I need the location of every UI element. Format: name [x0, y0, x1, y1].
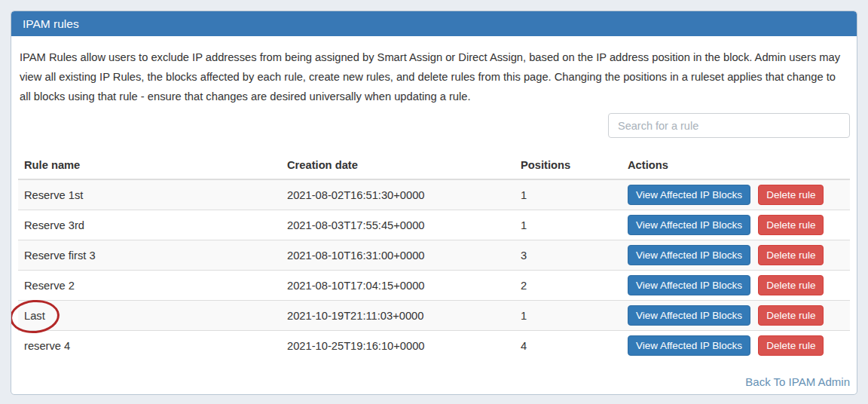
rule-name-cell: reserve 4: [24, 340, 70, 352]
positions-cell: 1: [515, 179, 622, 210]
actions-cell: View Affected IP Blocks Delete rule: [622, 240, 850, 271]
delete-rule-button[interactable]: Delete rule: [758, 335, 824, 356]
view-affected-ip-blocks-button[interactable]: View Affected IP Blocks: [628, 245, 750, 265]
rules-table-body: Reserve 1st 2021-08-02T16:51:30+0000 1 V…: [18, 179, 850, 360]
view-affected-ip-blocks-button[interactable]: View Affected IP Blocks: [628, 185, 750, 205]
rule-search-input[interactable]: [608, 113, 850, 138]
creation-date-cell: 2021-08-10T17:04:15+0000: [281, 271, 515, 301]
actions-cell: View Affected IP Blocks Delete rule: [622, 179, 850, 210]
actions-cell: View Affected IP Blocks Delete rule: [622, 210, 850, 240]
positions-cell: 2: [515, 271, 622, 301]
back-to-ipam-admin-link[interactable]: Back To IPAM Admin: [745, 375, 850, 388]
table-row: Reserve 3rd 2021-08-03T17:55:45+0000 1 V…: [18, 210, 850, 240]
rule-name-cell: Reserve 1st: [24, 189, 83, 201]
delete-rule-button[interactable]: Delete rule: [758, 185, 824, 205]
description-text: IPAM Rules allow users to exclude IP add…: [20, 47, 848, 106]
table-row: Reserve 1st 2021-08-02T16:51:30+0000 1 V…: [18, 179, 850, 210]
column-header-rule-name: Rule name: [18, 152, 281, 179]
view-affected-ip-blocks-button[interactable]: View Affected IP Blocks: [628, 335, 750, 356]
rule-name-cell: Reserve 3rd: [24, 219, 84, 231]
delete-rule-button[interactable]: Delete rule: [758, 215, 824, 235]
panel-header: IPAM rules: [11, 11, 857, 36]
creation-date-cell: 2021-10-19T21:11:03+0000: [281, 301, 515, 331]
actions-cell: View Affected IP Blocks Delete rule: [622, 271, 850, 301]
table-row: Last 2021-10-19T21:11:03+0000 1 View Aff…: [18, 301, 850, 331]
rule-name-cell: Reserve first 3: [24, 249, 96, 262]
creation-date-cell: 2021-10-25T19:16:10+0000: [281, 331, 515, 361]
creation-date-cell: 2021-08-03T17:55:45+0000: [281, 210, 515, 240]
actions-cell: View Affected IP Blocks Delete rule: [622, 301, 850, 331]
rule-name-text: Last: [24, 310, 45, 322]
rule-name-cell: Last: [24, 310, 45, 322]
footer-row: Back To IPAM Admin: [18, 375, 850, 388]
positions-cell: 1: [515, 301, 622, 331]
search-row: [18, 113, 850, 138]
rules-table-header: Rule name Creation date Positions Action…: [18, 152, 850, 179]
rule-name-text: Reserve 2: [24, 280, 75, 292]
panel-title: IPAM rules: [23, 17, 79, 30]
column-header-positions: Positions: [515, 152, 622, 179]
column-header-actions: Actions: [622, 152, 850, 179]
actions-cell: View Affected IP Blocks Delete rule: [622, 331, 850, 361]
rule-name-text: Reserve first 3: [24, 249, 96, 262]
rule-name-cell: Reserve 2: [24, 280, 75, 292]
ipam-rules-panel: IPAM rules IPAM Rules allow users to exc…: [11, 11, 857, 395]
column-header-creation-date: Creation date: [281, 152, 515, 179]
positions-cell: 3: [515, 240, 622, 271]
rules-table: Rule name Creation date Positions Action…: [18, 152, 850, 360]
delete-rule-button[interactable]: Delete rule: [758, 305, 824, 326]
panel-body: IPAM Rules allow users to exclude IP add…: [11, 36, 857, 395]
rule-name-text: Reserve 1st: [24, 189, 83, 201]
rule-name-text: Reserve 3rd: [24, 219, 84, 231]
table-row: reserve 4 2021-10-25T19:16:10+0000 4 Vie…: [18, 331, 850, 361]
creation-date-cell: 2021-08-02T16:51:30+0000: [281, 179, 515, 210]
positions-cell: 4: [515, 331, 622, 361]
table-row: Reserve 2 2021-08-10T17:04:15+0000 2 Vie…: [18, 271, 850, 301]
positions-cell: 1: [515, 210, 622, 240]
delete-rule-button[interactable]: Delete rule: [758, 245, 824, 265]
rule-name-text: reserve 4: [24, 340, 70, 352]
view-affected-ip-blocks-button[interactable]: View Affected IP Blocks: [628, 215, 750, 235]
table-row: Reserve first 3 2021-08-10T16:31:00+0000…: [18, 240, 850, 271]
creation-date-cell: 2021-08-10T16:31:00+0000: [281, 240, 515, 271]
view-affected-ip-blocks-button[interactable]: View Affected IP Blocks: [628, 305, 750, 326]
view-affected-ip-blocks-button[interactable]: View Affected IP Blocks: [628, 275, 750, 295]
delete-rule-button[interactable]: Delete rule: [758, 275, 824, 295]
